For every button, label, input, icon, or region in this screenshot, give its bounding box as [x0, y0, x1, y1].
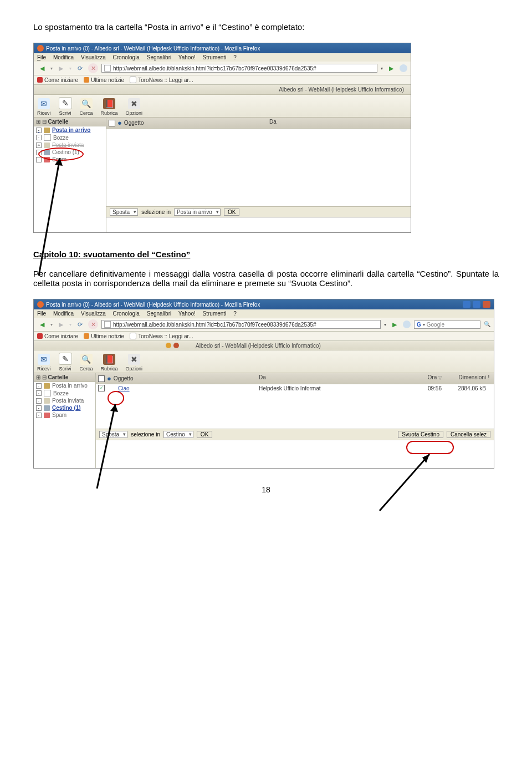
expand-icon[interactable]: -	[36, 405, 42, 411]
menu-cronologia[interactable]: Cronologia	[113, 54, 140, 60]
search-box[interactable]: G▾ Google	[414, 321, 480, 329]
col-size-label[interactable]: Dimensioni	[442, 374, 486, 383]
addressbook-icon: 📕	[103, 354, 115, 365]
minimize-button[interactable]	[463, 301, 470, 308]
dest-select[interactable]: Cestino	[163, 431, 193, 438]
message-checkbox[interactable]: ✓	[98, 385, 105, 391]
tool-opzioni[interactable]: ✖Opzioni	[126, 98, 143, 116]
folder-spam[interactable]: -Spam	[34, 156, 106, 163]
action-select[interactable]: Sposta	[110, 208, 138, 216]
menu-file[interactable]: File	[37, 311, 46, 317]
back-dropdown-icon[interactable]: ▾	[50, 66, 53, 71]
expand-icon[interactable]: -	[36, 413, 42, 418]
expand-icon[interactable]: -	[36, 157, 42, 162]
go-button[interactable]: ▶	[386, 63, 396, 73]
chapter-title: Capitolo 10: svuotamento del “Cestino”	[33, 250, 499, 259]
menu-modifica[interactable]: Modifica	[53, 311, 74, 317]
help-icon[interactable]	[166, 343, 171, 348]
tool-rubrica[interactable]: 📕Rubrica	[101, 98, 118, 116]
empty-trash-button[interactable]: Svuota Cestino	[398, 431, 443, 438]
menu-yahoo[interactable]: Yahoo!	[178, 54, 196, 60]
reload-button[interactable]: ⟳	[75, 319, 85, 329]
col-from-label[interactable]: Da	[259, 374, 375, 383]
select-all-checkbox[interactable]	[109, 120, 115, 126]
screenshot-1-wrap: Posta in arrivo (0) - Albedo srl - WebMa…	[33, 43, 499, 233]
menu-cronologia[interactable]: Cronologia	[113, 311, 140, 317]
message-row[interactable]: ✓ Ciao Helpdesk Ufficio Informat 09:56 2…	[96, 384, 494, 392]
tool-ricevi[interactable]: ✉Ricevi	[37, 98, 51, 116]
col-subject-label[interactable]: Oggetto	[124, 120, 144, 126]
col-flag[interactable]: !	[486, 374, 492, 383]
tool-cerca[interactable]: 🔍Cerca	[80, 354, 93, 372]
intro-text: Lo spostamento tra la cartella “Posta in…	[33, 22, 499, 32]
menubar: File Modifica Visualizza Cronologia Segn…	[34, 309, 494, 318]
search-go-icon[interactable]: 🔍	[484, 321, 490, 328]
expand-icon[interactable]: -	[36, 383, 42, 389]
menu-visualizza[interactable]: Visualizza	[81, 54, 106, 60]
folder-drafts[interactable]: -Bozze	[34, 134, 106, 141]
tool-opzioni[interactable]: ✖Opzioni	[126, 354, 143, 372]
maximize-button[interactable]	[473, 301, 480, 308]
close-button[interactable]	[483, 301, 490, 308]
folder-inbox[interactable]: -Posta in arrivo	[34, 382, 95, 389]
reload-button[interactable]: ⟳	[75, 63, 85, 73]
folder-sent[interactable]: +Posta inviata	[34, 141, 106, 149]
back-button[interactable]: ◀	[37, 319, 47, 329]
dest-select[interactable]: Posta in arrivo	[174, 208, 221, 216]
sidebar-header: ⊞ ⊟ Cartelle	[34, 118, 106, 126]
menu-segnalibri[interactable]: Segnalibri	[147, 311, 171, 317]
menu-yahoo[interactable]: Yahoo!	[178, 311, 196, 317]
folder-trash[interactable]: -Cestino (1)	[34, 149, 106, 156]
go-button[interactable]: ▶	[390, 319, 400, 329]
back-button[interactable]: ◀	[37, 63, 47, 73]
col-from-label[interactable]: Da	[269, 119, 386, 127]
expand-icon[interactable]: -	[36, 150, 42, 155]
bookmark-news[interactable]: Ultime notizie	[84, 77, 124, 83]
folder-inbox[interactable]: -Posta in arrivo	[34, 126, 106, 134]
url-dropdown-icon[interactable]: ▾	[384, 322, 386, 327]
bookmark-start[interactable]: Come iniziare	[37, 77, 78, 83]
menu-strumenti[interactable]: Strumenti	[203, 311, 227, 317]
menu-help[interactable]: ?	[233, 54, 237, 60]
spam-icon	[44, 157, 50, 162]
folder-sent[interactable]: -Posta inviata	[34, 397, 95, 404]
expand-icon[interactable]: -	[36, 398, 42, 404]
menu-segnalibri[interactable]: Segnalibri	[147, 54, 171, 60]
tool-rubrica[interactable]: 📕Rubrica	[101, 354, 118, 372]
menu-modifica[interactable]: Modifica	[53, 54, 74, 60]
url-bar[interactable]: http://webmail.albedo.it/blankskin.html?…	[101, 320, 381, 329]
stop-button[interactable]: ✕	[88, 63, 98, 73]
menu-file[interactable]: FFileile	[37, 54, 46, 60]
url-dropdown-icon[interactable]: ▾	[381, 66, 383, 71]
tool-scrivi[interactable]: ✎Scrivi	[59, 353, 72, 372]
bookmark-toro[interactable]: ToroNews :: Leggi ar...	[130, 333, 193, 339]
ok-button[interactable]: OK	[224, 208, 239, 216]
back-dropdown-icon[interactable]: ▾	[50, 322, 53, 327]
tool-cerca[interactable]: 🔍Cerca	[80, 98, 93, 116]
folder-trash[interactable]: -Cestino (1)	[34, 404, 95, 411]
col-time-label[interactable]: Ora ▽	[375, 374, 442, 383]
expand-icon[interactable]: -	[36, 390, 42, 396]
expand-icon[interactable]: -	[36, 128, 42, 133]
folder-spam[interactable]: -Spam	[34, 411, 95, 419]
stop-button[interactable]: ✕	[88, 319, 98, 329]
menu-strumenti[interactable]: Strumenti	[203, 54, 227, 60]
url-bar[interactable]: http://webmail.albedo.it/blankskin.html?…	[101, 64, 377, 73]
tool-ricevi[interactable]: ✉Ricevi	[37, 354, 51, 372]
menu-help[interactable]: ?	[233, 311, 237, 317]
select-all-checkbox[interactable]	[98, 375, 105, 382]
bookmark-start[interactable]: Come iniziare	[37, 333, 78, 339]
expand-icon[interactable]: -	[36, 135, 42, 140]
col-subject-label[interactable]: Oggetto	[114, 375, 134, 381]
logout-icon[interactable]	[173, 343, 179, 348]
folder-drafts[interactable]: -Bozze	[34, 389, 95, 397]
tool-scrivi[interactable]: ✎Scrivi	[59, 97, 72, 116]
delete-selection-button[interactable]: Cancella selez	[447, 431, 490, 438]
menu-visualizza[interactable]: Visualizza	[81, 311, 106, 317]
action-select[interactable]: Sposta	[99, 431, 127, 438]
bookmark-news[interactable]: Ultime notizie	[84, 333, 124, 339]
ok-button[interactable]: OK	[197, 431, 212, 438]
expand-icon[interactable]: +	[36, 143, 42, 148]
bookmark-toro[interactable]: ToroNews :: Leggi ar...	[130, 77, 193, 83]
url-text: http://webmail.albedo.it/blankskin.html?…	[113, 65, 316, 72]
